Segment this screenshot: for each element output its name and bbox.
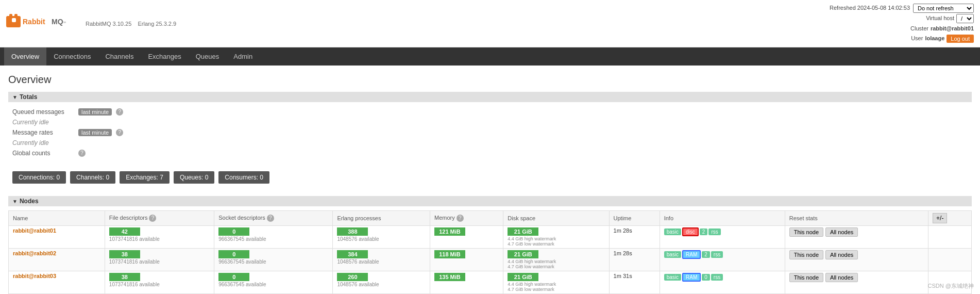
totals-section-header[interactable]: ▼ Totals [8,92,972,102]
this-node-button-2[interactable]: This node [789,250,823,259]
all-nodes-button-3[interactable]: All nodes [825,273,858,282]
svg-text:Rabbit: Rabbit [23,18,45,26]
socket-desc-bar-3: 0 [218,273,249,281]
currently-idle-1: Currently idle [8,118,972,127]
node-name-link-3[interactable]: rabbit@rabbit03 [13,273,56,279]
erlang-cell-3: 260 1048576 available [333,271,430,294]
file-desc-bar-3: 38 [109,273,140,281]
socket-desc-help[interactable]: ? [267,215,274,222]
nav-admin[interactable]: Admin [226,47,260,66]
consumers-count-button[interactable]: Consumers: 0 [218,171,269,184]
all-nodes-button-2[interactable]: All nodes [825,250,858,259]
memory-bar-2: 118 MiB [434,250,465,258]
tag-rss-2: rss [711,251,723,258]
col-info: Info [660,211,785,226]
queued-messages-row: Queued messages last minute ? [8,106,972,118]
nodes-arrow: ▼ [12,199,18,204]
totals-section: ▼ Totals Queued messages last minute ? C… [8,92,972,159]
disk-cell-2: 21 GiB 4.4 GiB high watermark 4.7 GiB lo… [503,249,609,271]
info-tags-3: basic RAM 0 rss [664,273,781,282]
erlang-version: Erlang 25.3.2.9 [138,21,177,27]
memory-bar-1: 121 MiB [434,227,465,236]
node-name-link-2[interactable]: rabbit@rabbit02 [13,250,56,256]
col-plus-minus: +/- [928,211,972,226]
plus-minus-button[interactable]: +/- [933,213,947,223]
uptime-cell-2: 1m 28s [609,249,660,271]
this-node-button-1[interactable]: This node [789,227,823,237]
global-counts-help-icon[interactable]: ? [78,150,86,157]
tag-num-2: 2 [702,251,710,258]
nav-overview[interactable]: Overview [4,47,46,66]
erlang-sub-3: 1048576 available [337,282,426,287]
queued-messages-badge: last minute [78,108,112,116]
disk-bar-2: 21 GiB [508,250,538,258]
tag-ram-2: RAM [682,250,701,259]
memory-help[interactable]: ? [457,215,464,222]
table-row: rabbit@rabbit01 42 1073741816 available … [9,226,972,249]
memory-cell-2: 118 MiB [430,249,503,271]
reset-btns-1: This node All nodes [789,227,924,237]
user-value: lolaage [925,34,944,44]
refreshed-label: Refreshed 2024-05-08 14:02:53 [830,3,910,13]
socket-desc-sub-2: 966367545 available [218,259,328,265]
connections-count-button[interactable]: Connections: 0 [12,171,66,184]
cluster-label: Cluster [910,24,928,34]
queued-messages-help-icon[interactable]: ? [116,108,123,116]
info-cell-1: basic disc 2 rss [660,226,785,249]
nodes-section: ▼ Nodes Name File descriptors ? Socket d… [8,196,972,294]
this-node-button-3[interactable]: This node [789,273,823,282]
tag-rss-1: rss [708,228,720,235]
queued-messages-label: Queued messages [12,108,74,116]
nodes-section-header[interactable]: ▼ Nodes [8,196,972,206]
erlang-bar-1: 388 [337,227,368,236]
node-name-cell-1: rabbit@rabbit01 [9,226,105,249]
uptime-cell-1: 1m 28s [609,226,660,249]
watermark: CSDN @东城绝神 [928,282,974,290]
svg-text:™: ™ [62,21,66,25]
cluster-value: rabbit@rabbit01 [931,24,974,34]
global-counts-label: Global counts [12,150,74,157]
refresh-select[interactable]: Do not refresh Every 5 seconds Every 10 … [913,4,974,13]
vhost-row: Virtual host / [830,13,974,24]
table-row: rabbit@rabbit02 38 1073741816 available … [9,249,972,271]
disk-bar-1: 21 GiB [508,227,538,236]
message-rates-badge: last minute [78,129,112,136]
file-desc-help[interactable]: ? [149,215,156,222]
tag-ram-3: RAM [682,273,701,282]
message-rates-help-icon[interactable]: ? [116,129,123,136]
col-file-desc: File descriptors ? [105,211,214,226]
uptime-cell-3: 1m 31s [609,271,660,294]
vhost-select[interactable]: / [956,14,974,23]
socket-desc-sub-3: 966367545 available [218,282,328,287]
disk-sub2-3: 4.7 GiB low watermark [508,287,604,292]
disk-sub1-2: 4.4 GiB high watermark [508,259,604,264]
tag-num-1: 2 [700,228,708,235]
refresh-row: Refreshed 2024-05-08 14:02:53 Do not ref… [830,3,974,13]
logout-button[interactable]: Log out [947,35,974,43]
nav-channels[interactable]: Channels [98,47,141,66]
queues-count-button[interactable]: Queues: 0 [174,171,214,184]
exchanges-count-button[interactable]: Exchanges: 7 [120,171,170,184]
message-rates-label: Message rates [12,129,74,136]
erlang-sub-1: 1048576 available [337,236,426,242]
table-row: rabbit@rabbit03 38 1073741816 available … [9,271,972,294]
all-nodes-button-1[interactable]: All nodes [825,227,858,237]
node-name-link-1[interactable]: rabbit@rabbit01 [13,227,56,234]
nav-connections[interactable]: Connections [46,47,98,66]
socket-desc-sub-1: 966367545 available [218,236,328,242]
memory-bar-3: 135 MiB [434,273,465,281]
reset-btns-3: This node All nodes [789,273,924,282]
channels-count-button[interactable]: Channels: 0 [70,171,115,184]
info-tags-2: basic RAM 2 rss [664,250,781,259]
file-desc-cell-3: 38 1073741816 available [105,271,214,294]
nav-exchanges[interactable]: Exchanges [141,47,188,66]
extra-cell-1 [928,226,972,249]
node-name-cell-3: rabbit@rabbit03 [9,271,105,294]
logo-area: Rabbit MQ ™ RabbitMQ 3.10.25 Erlang 25.3… [6,14,176,34]
socket-desc-cell-1: 0 966367545 available [214,226,333,249]
col-name: Name [9,211,105,226]
main-content: Overview ▼ Totals Queued messages last m… [0,66,980,294]
disk-sub2-2: 4.7 GiB low watermark [508,264,604,269]
nav-queues[interactable]: Queues [189,47,227,66]
disk-sub2-1: 4.7 GiB low watermark [508,241,604,247]
